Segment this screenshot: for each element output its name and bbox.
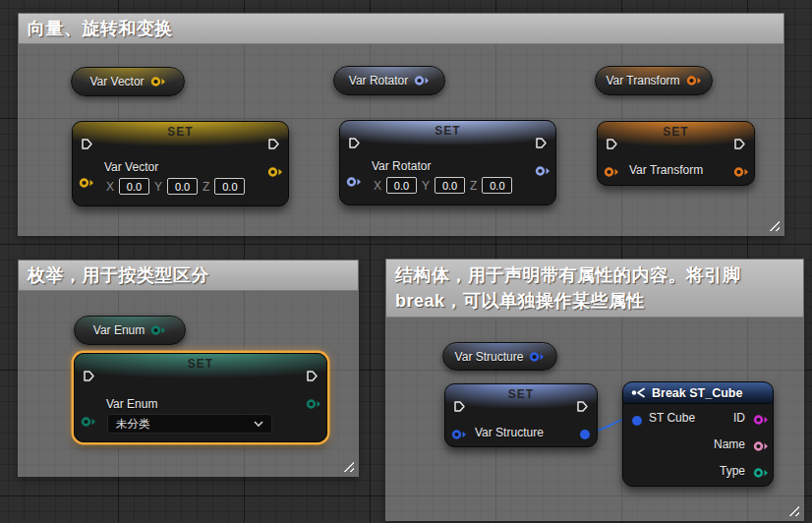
output-name-label: Name xyxy=(714,437,745,451)
set-node-title: SET xyxy=(663,122,688,142)
exec-out-pin[interactable] xyxy=(733,137,746,149)
set-node-title: SET xyxy=(167,122,193,142)
vector-output-pin[interactable] xyxy=(267,164,283,176)
getter-var-structure[interactable]: Var Structure xyxy=(442,342,557,371)
exec-out-pin[interactable] xyxy=(306,369,319,381)
break-node-header: Break ST_Cube xyxy=(623,382,773,404)
resize-handle-icon[interactable] xyxy=(784,501,799,516)
vector-y-field[interactable] xyxy=(167,178,198,195)
exec-out-pin[interactable] xyxy=(535,136,548,148)
structure-input-pin[interactable] xyxy=(451,427,467,438)
axis-x-label: X xyxy=(106,180,114,194)
getter-var-rotator[interactable]: Var Rotator xyxy=(333,66,445,95)
enum-dropdown-value: 未分类 xyxy=(116,417,150,432)
vector-xyz-row: X Y Z xyxy=(106,178,245,195)
rotator-y-field[interactable] xyxy=(435,177,465,194)
enum-dropdown[interactable]: 未分类 xyxy=(107,414,272,434)
set-node-header: SET xyxy=(445,384,597,408)
set-node-header: SET xyxy=(75,354,326,378)
exec-out-pin[interactable] xyxy=(267,137,280,149)
comment-title-vectors[interactable]: 向量、旋转和变换 xyxy=(19,14,783,44)
resize-handle-icon[interactable] xyxy=(339,457,354,472)
resize-handle-icon[interactable] xyxy=(765,216,780,231)
output-type-pin[interactable] xyxy=(753,465,769,477)
vector-input-pin[interactable] xyxy=(79,175,94,187)
variable-label: Var Transform xyxy=(629,163,703,177)
set-node-title: SET xyxy=(188,354,213,374)
set-var-enum-node[interactable]: SET Var Enum 未分类 xyxy=(74,353,327,442)
set-node-title: SET xyxy=(508,384,534,404)
rotator-input-pin[interactable] xyxy=(346,174,362,186)
transform-output-pin[interactable] xyxy=(686,75,702,87)
vector-output-pin[interactable] xyxy=(150,76,166,87)
getter-label: Var Transform xyxy=(606,74,679,87)
structure-output-pin-connected[interactable] xyxy=(579,427,591,438)
rotator-x-field[interactable] xyxy=(386,177,417,194)
axis-x-label: X xyxy=(374,179,381,193)
st-cube-input-pin-connected[interactable] xyxy=(631,413,643,425)
set-var-transform-node[interactable]: SET Var Transform xyxy=(597,121,755,186)
set-node-header: SET xyxy=(73,122,288,145)
break-st-cube-node[interactable]: Break ST_Cube ST Cube ID Name Type xyxy=(622,381,774,487)
exec-in-pin[interactable] xyxy=(453,399,466,412)
getter-var-enum[interactable]: Var Enum xyxy=(74,316,186,345)
st-cube-input-label: ST Cube xyxy=(649,411,695,425)
rotator-output-pin[interactable] xyxy=(535,163,551,175)
output-id-label: ID xyxy=(733,411,745,425)
getter-label: Var Vector xyxy=(89,75,144,88)
variable-label: Var Structure xyxy=(475,426,544,439)
getter-label: Var Rotator xyxy=(349,74,408,87)
exec-in-pin[interactable] xyxy=(83,369,95,381)
variable-label: Var Vector xyxy=(104,160,158,174)
getter-label: Var Structure xyxy=(455,350,524,364)
variable-label: Var Enum xyxy=(106,397,157,411)
rotator-output-pin[interactable] xyxy=(414,75,430,87)
structure-output-pin[interactable] xyxy=(529,351,545,363)
break-struct-icon xyxy=(631,387,646,398)
vector-x-field[interactable] xyxy=(119,178,149,195)
exec-in-pin[interactable] xyxy=(81,137,93,149)
axis-y-label: Y xyxy=(422,179,430,193)
axis-y-label: Y xyxy=(154,180,162,194)
transform-output-pin[interactable] xyxy=(733,164,749,176)
break-node-title: Break ST_Cube xyxy=(652,386,742,400)
output-name-pin[interactable] xyxy=(753,438,769,450)
set-var-rotator-node[interactable]: SET Var Rotator X Y Z xyxy=(339,120,556,205)
output-type-label: Type xyxy=(720,464,745,478)
exec-in-pin[interactable] xyxy=(606,137,618,149)
transform-input-pin[interactable] xyxy=(604,164,619,176)
exec-in-pin[interactable] xyxy=(348,136,361,148)
chevron-down-icon xyxy=(254,421,263,427)
axis-z-label: Z xyxy=(203,180,209,194)
variable-label: Var Rotator xyxy=(372,159,431,173)
enum-output-pin[interactable] xyxy=(306,396,321,408)
enum-output-pin[interactable] xyxy=(150,324,166,336)
rotator-xyz-row: X Y Z xyxy=(374,177,512,194)
comment-title-structs[interactable]: 结构体，用于声明带有属性的内容。将引脚break，可以单独操作某些属性 xyxy=(386,260,803,318)
comment-title-enums[interactable]: 枚举，用于按类型区分 xyxy=(19,261,358,291)
axis-z-label: Z xyxy=(470,179,477,193)
enum-input-pin[interactable] xyxy=(81,414,96,426)
getter-var-transform[interactable]: Var Transform xyxy=(595,66,713,95)
getter-label: Var Enum xyxy=(93,323,145,337)
set-var-structure-node[interactable]: SET Var Structure xyxy=(444,383,598,447)
set-node-title: SET xyxy=(435,121,460,141)
blueprint-graph-canvas[interactable]: 向量、旋转和变换 枚举，用于按类型区分 结构体，用于声明带有属性的内容。将引脚b… xyxy=(0,0,812,523)
output-id-pin[interactable] xyxy=(753,412,769,424)
getter-var-vector[interactable]: Var Vector xyxy=(71,67,185,96)
exec-out-pin[interactable] xyxy=(576,399,589,412)
vector-z-field[interactable] xyxy=(214,178,245,195)
set-node-header: SET xyxy=(340,121,555,145)
set-var-vector-node[interactable]: SET Var Vector X Y Z xyxy=(72,121,289,206)
set-node-header: SET xyxy=(598,122,754,145)
rotator-z-field[interactable] xyxy=(482,177,512,194)
